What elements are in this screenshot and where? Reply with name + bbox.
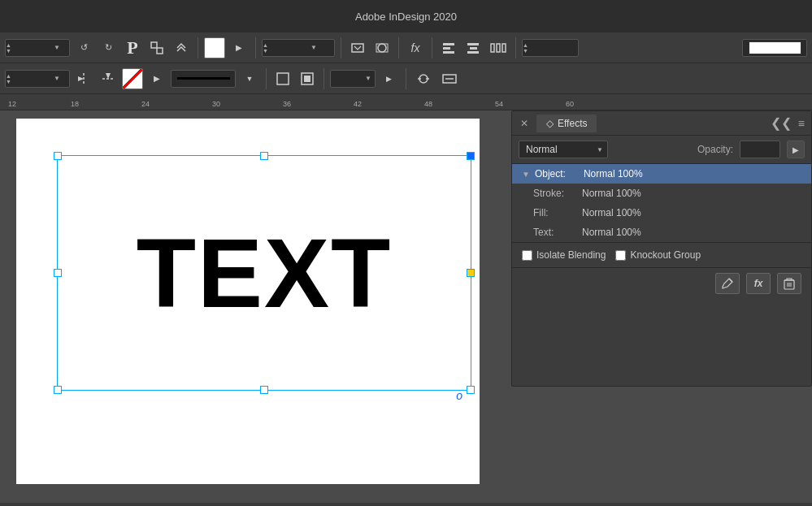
wrap-btn-1[interactable] xyxy=(412,68,435,89)
zoom-expand-btn[interactable]: ▶ xyxy=(379,68,400,89)
rotation-spinner-1[interactable]: ▲▼ xyxy=(6,42,11,54)
transform-btn-2[interactable] xyxy=(171,37,192,58)
text-row-value: Normal 100% xyxy=(582,227,641,238)
handle-bottom-middle[interactable] xyxy=(260,386,268,394)
divider-2 xyxy=(255,37,256,58)
effects-list: ▼ Object: Normal 100% ▶ Stroke: Normal 1… xyxy=(512,164,811,242)
object-row-value: Normal 100% xyxy=(584,168,643,179)
svg-rect-0 xyxy=(151,42,157,48)
rotation-value-2[interactable]: 0° xyxy=(11,74,52,84)
main-area: TEXT o ✕ ◇ Effects ❮❮ ≡ Norm xyxy=(0,110,812,503)
opacity-input[interactable]: 100% xyxy=(740,141,780,158)
effects-tab[interactable]: ◇ Effects xyxy=(536,115,597,132)
handle-top-right[interactable] xyxy=(467,152,475,160)
transform-btn-1[interactable] xyxy=(146,37,167,58)
panel-header-left: ✕ ◇ Effects xyxy=(519,115,597,132)
add-effect-button[interactable]: fx xyxy=(746,273,771,294)
rotation-dropdown-1[interactable]: ▼ xyxy=(52,44,62,51)
zoom-input[interactable]: 100% xyxy=(334,74,365,84)
effects-row-object[interactable]: ▼ Object: Normal 100% xyxy=(512,164,811,184)
corner-radius-input: ▲▼ 0 pt ▼ xyxy=(262,39,335,57)
text-selection-box[interactable]: TEXT o xyxy=(57,155,471,391)
panel-menu-button[interactable]: ≡ xyxy=(798,117,805,130)
panel-close-button[interactable]: ✕ xyxy=(519,118,530,129)
frame-fit-btn-2[interactable] xyxy=(371,37,393,58)
panel-controls: Normal Multiply Screen Overlay Opacity: … xyxy=(512,136,811,164)
distribute-icon xyxy=(490,41,506,55)
corner-radius-spinner[interactable]: ▲▼ xyxy=(263,42,268,54)
swatch-expand-btn[interactable]: ▶ xyxy=(228,37,250,58)
handle-bottom-right[interactable] xyxy=(467,386,475,394)
distribute-btn[interactable] xyxy=(487,37,510,58)
align-icon-2 xyxy=(466,41,480,55)
svg-rect-12 xyxy=(497,44,500,52)
opacity-label: Opacity: xyxy=(697,144,733,155)
edit-effect-button[interactable] xyxy=(715,273,740,294)
ruler-marks: 12 18 24 30 36 42 48 54 60 xyxy=(0,94,812,110)
zoom-dropdown[interactable]: ▼ xyxy=(365,75,371,82)
width-spinner[interactable]: ▲▼ xyxy=(523,42,528,54)
delete-icon xyxy=(784,277,795,290)
stroke-color-swatch[interactable] xyxy=(122,68,143,89)
svg-rect-1 xyxy=(157,48,163,54)
flip-h-icon xyxy=(76,71,91,86)
toolbar-bottom: ▲▼ 0° ▼ ▶ ▼ 100% xyxy=(0,63,812,94)
toolbar-top: ▲▼ 0° ▼ ↺ ↻ P ▶ ▲▼ 0 pt ▼ xyxy=(0,32,812,63)
next-button[interactable]: ▶ xyxy=(787,141,805,158)
stroke-dropdown-btn[interactable]: ▼ xyxy=(239,68,260,89)
undo-button[interactable]: ↺ xyxy=(73,37,94,58)
ruler-mark-30: 30 xyxy=(212,100,220,108)
flip-v-btn[interactable] xyxy=(98,68,119,89)
wrap-btn-2[interactable] xyxy=(438,68,461,89)
effects-panel: ✕ ◇ Effects ❮❮ ≡ Normal Multiply Screen … xyxy=(511,110,812,387)
align-btn-2[interactable] xyxy=(462,37,484,58)
panel-header: ✕ ◇ Effects ❮❮ ≡ xyxy=(512,111,811,136)
panel-collapse-btn[interactable]: ❮❮ xyxy=(771,115,792,131)
divider-6 xyxy=(515,37,516,58)
fill-row-label: Fill: xyxy=(533,207,582,218)
panel-title: Effects xyxy=(558,118,587,129)
effects-row-text[interactable]: ▶ Text: Normal 100% xyxy=(512,223,811,242)
handle-middle-left[interactable] xyxy=(54,269,62,277)
knockout-group-checkbox[interactable] xyxy=(615,250,626,261)
overflow-indicator: o xyxy=(456,389,462,402)
rotation-spinner-2[interactable]: ▲▼ xyxy=(6,73,11,84)
frame-fit-btn-1[interactable] xyxy=(347,37,368,58)
fx-button[interactable]: fx xyxy=(405,37,426,58)
wrap-icon-1 xyxy=(415,71,432,86)
width-input: ▲▼ 1p0 xyxy=(522,39,579,57)
corner-radius-value[interactable]: 0 pt xyxy=(268,43,309,53)
redo-button[interactable]: ↻ xyxy=(98,37,119,58)
divider-3 xyxy=(341,37,341,58)
rotation-dropdown-2[interactable]: ▼ xyxy=(52,75,62,82)
effects-row-fill[interactable]: ▶ Fill: Normal 100% xyxy=(512,203,811,223)
ruler-mark-18: 18 xyxy=(71,100,79,108)
divider-8 xyxy=(323,68,324,89)
handle-bottom-left[interactable] xyxy=(54,386,62,394)
zoom-box: 100% ▼ xyxy=(330,70,376,88)
isolate-blending-group: Isolate Blending xyxy=(522,249,606,261)
object-row-arrow: ▼ xyxy=(522,170,530,179)
fill-color-swatch[interactable] xyxy=(204,37,225,58)
delete-effect-button[interactable] xyxy=(777,273,801,294)
handle-middle-right[interactable] xyxy=(467,269,475,277)
frame-btn-1[interactable] xyxy=(272,68,293,89)
stroke-preview xyxy=(171,70,236,88)
rotation-value-1[interactable]: 0° xyxy=(11,43,52,53)
text-tool-btn[interactable]: P xyxy=(122,37,143,58)
frame-btn-2[interactable] xyxy=(297,68,318,89)
align-btn-1[interactable] xyxy=(438,37,459,58)
svg-rect-16 xyxy=(304,76,310,82)
blend-mode-select[interactable]: Normal Multiply Screen Overlay xyxy=(519,141,608,158)
corner-radius-dropdown[interactable]: ▼ xyxy=(309,44,319,51)
width-value[interactable]: 1p0 xyxy=(528,43,569,53)
right-color-preview xyxy=(742,39,807,57)
handle-top-middle[interactable] xyxy=(260,152,268,160)
flip-h-btn[interactable] xyxy=(73,68,94,89)
handle-top-left[interactable] xyxy=(54,152,62,160)
stroke-expand-btn[interactable]: ▶ xyxy=(146,68,167,89)
isolate-blending-checkbox[interactable] xyxy=(522,250,532,261)
svg-rect-6 xyxy=(443,47,450,50)
divider-4 xyxy=(398,37,399,58)
effects-row-stroke[interactable]: ▶ Stroke: Normal 100% xyxy=(512,184,811,203)
